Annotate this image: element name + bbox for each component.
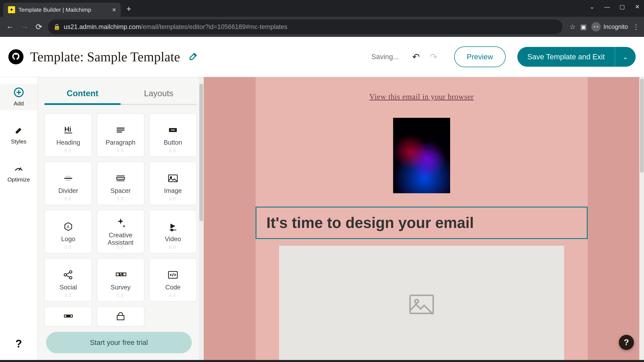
url-input[interactable]: 🔒 us21.admin.mailchimp.com/email/templat… (48, 19, 562, 34)
svg-point-26 (70, 277, 72, 279)
tab-layouts[interactable]: Layouts (120, 82, 197, 105)
block-creative-assistant[interactable]: Creative Assistant ⠿⠿ (97, 210, 144, 253)
survey-icon (115, 269, 126, 281)
app-body: Add Styles Optimize ? Content Layouts H (0, 77, 644, 360)
window-close[interactable]: ✕ (634, 3, 641, 10)
tab-search-icon[interactable]: ⌄ (589, 3, 595, 10)
block-survey[interactable]: Survey ⠿⠿ (97, 258, 144, 302)
svg-rect-31 (123, 273, 126, 276)
grip-icon: ⠿⠿ (169, 293, 177, 298)
svg-text:Hi: Hi (64, 125, 71, 133)
rail-add[interactable]: Add (0, 84, 38, 110)
rail-styles-label: Styles (11, 138, 26, 145)
redo-button[interactable]: ↷ (430, 52, 438, 62)
email-heading-block-selected[interactable]: It's time to design your email (256, 207, 588, 239)
svg-rect-15 (117, 177, 124, 179)
start-trial-button[interactable]: Start your free trial (46, 332, 192, 353)
left-rail: Add Styles Optimize ? (0, 77, 38, 360)
email-canvas[interactable]: View this email in your browser It's tim… (204, 77, 644, 360)
block-code[interactable]: Code ⠿⠿ (149, 258, 197, 302)
grip-icon: ⠿⠿ (116, 148, 125, 153)
rail-add-label: Add (14, 100, 24, 107)
block-spacer[interactable]: Spacer ⠿⠿ (97, 162, 144, 205)
block-video[interactable]: Video ⠿⠿ (149, 210, 197, 253)
image-placeholder-icon (409, 294, 434, 314)
block-label: Heading (56, 139, 80, 146)
tab-title: Template Builder | Mailchimp (18, 6, 109, 13)
save-dropdown-button[interactable]: ⌄ (615, 47, 636, 67)
reload-button[interactable]: ⟳ (34, 21, 44, 32)
email-image-placeholder-block[interactable] (279, 246, 564, 360)
block-button[interactable]: Button ⠿⠿ (149, 113, 197, 157)
svg-marker-21 (170, 224, 175, 228)
app-header: Template: Sample Template Saving... ↶ ↷ … (0, 37, 644, 77)
kebab-menu-icon[interactable]: ⋮ (632, 23, 639, 31)
page-title: Template: Sample Template (30, 49, 180, 64)
svg-point-23 (171, 229, 173, 231)
window-controls: ⌄ ― ▢ ✕ (589, 3, 641, 10)
block-paragraph[interactable]: Paragraph ⠿⠿ (97, 113, 144, 157)
block-heading[interactable]: Hi Heading ⠿⠿ (44, 113, 92, 157)
back-button[interactable]: ← (5, 21, 16, 32)
undo-button[interactable]: ↶ (412, 52, 420, 62)
email-image-block[interactable] (393, 118, 450, 193)
sidebar: Content Layouts Hi Heading ⠿⠿ Paragraph … (38, 77, 204, 360)
extensions-icon[interactable]: ▣ (580, 23, 587, 31)
email-body[interactable]: View this email in your browser It's tim… (256, 77, 588, 360)
grip-icon: ⠿⠿ (169, 148, 177, 153)
svg-text:A: A (67, 224, 70, 229)
window-maximize[interactable]: ▢ (619, 3, 626, 10)
block-image[interactable]: Image ⠿⠿ (149, 162, 197, 205)
block-social[interactable]: Social ⠿⠿ (44, 258, 92, 302)
view-in-browser-link[interactable]: View this email in your browser (369, 92, 474, 101)
preview-button[interactable]: Preview (454, 46, 506, 67)
rail-optimize[interactable]: Optimize (0, 160, 38, 186)
view-in-browser-block[interactable]: View this email in your browser (256, 77, 588, 113)
tab-close-icon[interactable]: × (112, 6, 116, 13)
save-button-group: Save Template and Exit ⌄ (518, 47, 636, 67)
logo-icon: A (62, 221, 74, 232)
image-icon (167, 172, 179, 184)
divider-icon (62, 172, 74, 184)
rail-help-button[interactable]: ? (16, 338, 22, 350)
block-label: Spacer (110, 187, 131, 194)
svg-point-25 (70, 271, 72, 273)
email-background: View this email in your browser It's tim… (204, 77, 639, 360)
new-tab-button[interactable]: + (124, 4, 134, 13)
tab-strip: ✦ Template Builder | Mailchimp × + (0, 0, 644, 17)
block-logo[interactable]: A Logo ⠿⠿ (44, 210, 92, 253)
browser-tab[interactable]: ✦ Template Builder | Mailchimp × (3, 3, 121, 17)
url-host: us21.admin.mailchimp.com (64, 23, 141, 30)
video-icon (167, 221, 179, 232)
edit-title-button[interactable] (188, 52, 198, 62)
svg-rect-35 (70, 315, 72, 317)
block-partial-2[interactable] (97, 306, 144, 327)
heading-icon: Hi (62, 124, 74, 136)
block-divider[interactable]: Divider ⠿⠿ (44, 162, 92, 205)
rail-styles[interactable]: Styles (0, 122, 38, 148)
incognito-icon: 👓 (591, 22, 601, 31)
mailchimp-logo[interactable] (8, 49, 24, 64)
window-minimize[interactable]: ― (604, 3, 610, 10)
forward-button[interactable]: → (19, 21, 30, 32)
blocks-panel[interactable]: Hi Heading ⠿⠿ Paragraph ⠿⠿ Button ⠿⠿ (38, 105, 204, 360)
sidebar-scrollbar[interactable] (199, 77, 204, 360)
block-label: Video (165, 236, 181, 243)
block-label: Button (164, 139, 182, 146)
canvas-scrollbar[interactable] (639, 77, 644, 360)
svg-rect-34 (67, 315, 70, 317)
tab-content[interactable]: Content (44, 82, 120, 105)
app: Template: Sample Template Saving... ↶ ↷ … (0, 37, 644, 360)
bookmark-icon[interactable]: ☆ (570, 23, 576, 31)
block-label: Code (165, 284, 180, 291)
apps-icon (62, 311, 74, 322)
sidebar-scrollbar-thumb[interactable] (200, 84, 203, 221)
canvas-scrollbar-thumb[interactable] (640, 79, 644, 173)
saving-status: Saving... (372, 53, 399, 61)
svg-line-28 (66, 275, 70, 277)
help-fab-button[interactable]: ? (619, 335, 634, 350)
block-partial-1[interactable] (44, 306, 92, 327)
rail-optimize-label: Optimize (8, 176, 30, 183)
incognito-indicator[interactable]: 👓 Incognito (591, 22, 628, 31)
save-button[interactable]: Save Template and Exit (518, 47, 615, 67)
